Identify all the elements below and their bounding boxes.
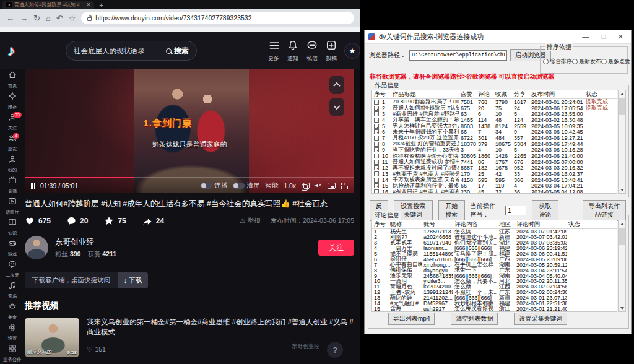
row-checkbox[interactable]: ✓: [374, 106, 379, 111]
row-checkbox[interactable]: ✓: [374, 100, 379, 105]
next-video-button[interactable]: [329, 98, 344, 116]
scroll-thumb[interactable]: [619, 228, 625, 245]
cell-time: 2024-03-05 13:48:41: [529, 177, 584, 183]
row-checkbox[interactable]: ✓: [374, 171, 379, 176]
comments-scrollbar[interactable]: [618, 220, 626, 312]
tool-titlebar[interactable]: dy关键词作品搜索-浏览器连接成功 — □ ✕: [365, 30, 631, 44]
header-item-menu[interactable]: 更多: [268, 40, 279, 63]
watch-later-icon[interactable]: [302, 183, 308, 189]
user-avatar[interactable]: ★: [344, 43, 360, 59]
cell-favorites: 10: [493, 147, 512, 153]
sidebar-item-settings[interactable]: 设置: [0, 322, 25, 343]
sort-option-2[interactable]: 最多点赞: [601, 58, 630, 66]
browser-tab[interactable]: ♪ 普通人如何#跨越阶层 #认知 #... ✕: [2, 1, 94, 9]
tab-close-icon[interactable]: ✕: [86, 2, 90, 7]
sidebar-item-food[interactable]: 美食: [0, 301, 25, 322]
row-checkbox[interactable]: ✓: [374, 183, 379, 188]
like-button[interactable]: 675: [25, 216, 51, 225]
speed-button[interactable]: 1.0x: [284, 182, 296, 189]
clear-list-button[interactable]: 清空列表数据: [451, 313, 498, 325]
export-mp4-button[interactable]: 导出列表mp4: [388, 313, 435, 325]
scroll-up-icon[interactable]: [619, 220, 625, 227]
cell-index: 6: [380, 129, 385, 135]
row-checkbox[interactable]: ✓: [374, 189, 379, 194]
row-checkbox[interactable]: ✓: [374, 142, 379, 147]
download-button[interactable]: ↓下载: [118, 272, 148, 288]
close-button[interactable]: ✕: [618, 33, 623, 41]
works-table[interactable]: 序号作品标题点赞评论收藏分享发布时间状态 ✓170.80.90都套路出局了！00…: [371, 90, 617, 194]
search-input[interactable]: 社会底层人的现状语录 搜索: [66, 41, 197, 61]
scroll-up-icon[interactable]: [619, 90, 625, 97]
row-checkbox[interactable]: ✓: [374, 136, 379, 141]
set-collect-keywords-button[interactable]: 设置采集关键词: [514, 313, 567, 325]
header-item-bell[interactable]: 通知: [287, 40, 298, 63]
recommend-thumbnail[interactable]: 刚来义乌的 9:58: [25, 318, 79, 357]
bookmark-star-icon[interactable]: ☆: [69, 14, 76, 22]
row-checkbox[interactable]: ✓: [374, 178, 379, 183]
sidebar-item-mine[interactable]: 我的: [0, 154, 25, 175]
search-button[interactable]: 搜索: [166, 46, 189, 56]
sidebar-item-business[interactable]: 业务合作: [0, 343, 25, 364]
reload-icon[interactable]: ↻: [33, 14, 40, 22]
fullscreen-icon[interactable]: [341, 183, 348, 189]
comments-table[interactable]: 序号昵称账号评论内容地区评论时间状态 1杨先生178597113怎么搞江苏202…: [371, 220, 617, 312]
row-checkbox[interactable]: ✓: [374, 129, 379, 134]
mute-icon[interactable]: [314, 183, 322, 189]
maximize-button[interactable]: □: [601, 33, 606, 41]
sidebar-item-follow[interactable]: 关注33: [0, 111, 25, 132]
comment-row[interactable]: 16紫气东来（...96859612382这么容易怎么没...湖北2024-03…: [372, 311, 617, 312]
works-row[interactable]: ✓16#创业日记 #电商人 #电商创...2304532362024-03-05…: [372, 189, 617, 194]
video-player[interactable]: 1.拿到门票 奶茶妹妹只是普通家庭的 01:39 / 05:01 连播 清屏 智: [25, 69, 354, 193]
sidebar-item-home[interactable]: 首页: [0, 69, 25, 90]
scroll-down-icon[interactable]: [619, 186, 625, 193]
sort-option-1[interactable]: 最新发布: [572, 58, 601, 66]
author-name[interactable]: 东哥创业经: [55, 237, 121, 248]
sidebar-item-game[interactable]: 游戏: [0, 238, 25, 259]
recommend-item[interactable]: 刚来义乌的 9:58 我来义乌创业的第一桶金#第一桶金#商业思维 #创业路上的我…: [25, 318, 354, 357]
row-checkbox[interactable]: ✓: [374, 124, 379, 129]
undo-icon[interactable]: ↶: [56, 14, 63, 22]
clearscreen-toggle[interactable]: 清屏: [233, 181, 259, 190]
home-icon[interactable]: ⌂: [46, 14, 51, 22]
report-button[interactable]: ⚠ 举报: [240, 217, 260, 225]
sidebar-item-live[interactable]: 直播: [0, 175, 25, 196]
help-button[interactable]: ?: [327, 342, 343, 358]
scroll-down-icon[interactable]: [619, 305, 625, 311]
sidebar-item-music[interactable]: 音乐: [0, 280, 25, 301]
share-button[interactable]: 24: [142, 217, 164, 225]
row-checkbox[interactable]: ✓: [374, 147, 379, 152]
smart-button[interactable]: 智能: [265, 181, 278, 190]
new-tab-button[interactable]: +: [99, 1, 103, 9]
row-checkbox[interactable]: ✓: [374, 118, 379, 123]
forward-icon[interactable]: →: [20, 14, 28, 22]
sidebar-item-friends[interactable]: 朋友4: [0, 132, 25, 154]
favorite-button[interactable]: 75: [104, 216, 126, 225]
prev-video-button[interactable]: [329, 76, 344, 94]
scroll-thumb[interactable]: [619, 98, 625, 115]
sidebar-item-cinema[interactable]: 放映厅: [0, 196, 25, 217]
header-item-message[interactable]: 私信: [306, 40, 318, 63]
address-bar[interactable]: https://www.douyin.com/video/73431740277…: [81, 12, 354, 24]
pip-icon[interactable]: [328, 183, 336, 189]
back-icon[interactable]: ←: [6, 14, 14, 22]
author-avatar[interactable]: [25, 236, 48, 259]
sidebar-item-knowledge[interactable]: 知识: [0, 217, 25, 238]
row-checkbox[interactable]: ✓: [374, 154, 379, 158]
recommend-title[interactable]: 我来义乌创业的第一桶金#第一桶金#商业思维 #创业路上的我们 #普通人创业 #义…: [87, 318, 354, 337]
sort-option-0[interactable]: 综合排序: [543, 58, 572, 66]
sidebar-item-recommend[interactable]: 推荐: [0, 90, 25, 111]
works-scrollbar[interactable]: [618, 90, 626, 194]
row-checkbox[interactable]: ✓: [374, 160, 379, 165]
browser-path-input[interactable]: [409, 50, 507, 61]
row-checkbox[interactable]: ✓: [374, 165, 379, 170]
sidebar-item-anime[interactable]: 二次元: [0, 259, 25, 280]
follow-button[interactable]: 关注: [318, 240, 354, 256]
row-checkbox[interactable]: ✓: [374, 111, 379, 116]
douyin-logo-icon[interactable]: ♪: [7, 42, 15, 59]
autoplay-toggle[interactable]: 连播: [201, 181, 227, 190]
header-item-upload[interactable]: 投稿: [326, 40, 337, 63]
current-index-input[interactable]: [505, 206, 526, 215]
comment-button[interactable]: 20: [67, 216, 88, 225]
pause-icon[interactable]: [31, 183, 35, 189]
minimize-button[interactable]: —: [582, 33, 589, 41]
